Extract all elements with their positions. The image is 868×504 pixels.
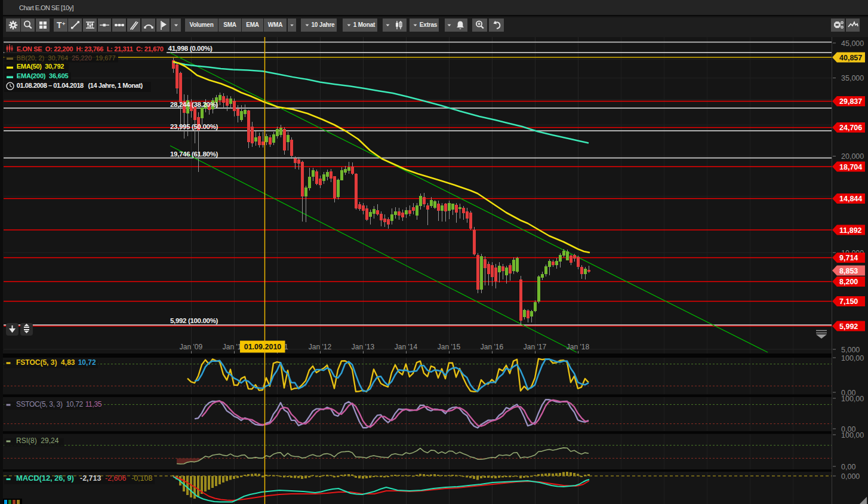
svg-text:FSTOC(5, 3) 4,83: FSTOC(5, 3) 4,83 xyxy=(16,358,75,367)
svg-text:E.ON SE O: 22,200 H: 23,766: E.ON SE O: 22,200 H: 23,766 L: 21,311 C:… xyxy=(17,45,164,53)
svg-text:EMA(200) 36,605: EMA(200) 36,605 xyxy=(17,72,69,79)
svg-text:8,200: 8,200 xyxy=(839,278,858,286)
svg-text:0,000: 0,000 xyxy=(841,472,860,481)
svg-text:29,837: 29,837 xyxy=(839,97,862,106)
svg-text:40,857: 40,857 xyxy=(839,54,862,62)
svg-text:45,000: 45,000 xyxy=(841,39,864,48)
svg-text:01.09.2010: 01.09.2010 xyxy=(244,343,282,351)
svg-text:BB(20, 2) 30,764 25,220 19,: BB(20, 2) 30,764 25,220 19,677 xyxy=(17,54,116,62)
svg-text:EMA(50) 30,792: EMA(50) 30,792 xyxy=(17,63,64,70)
svg-text:MACD(12, 26, 9): MACD(12, 26, 9) xyxy=(16,474,74,483)
svg-text:-2,606: -2,606 xyxy=(105,474,126,483)
svg-text:T: T xyxy=(57,20,62,30)
svg-text:Jan '18: Jan '18 xyxy=(567,343,590,351)
svg-text:Jan '16: Jan '16 xyxy=(481,343,504,351)
svg-text:SSTOC(5, 3, 3) 10,72: SSTOC(5, 3, 3) 10,72 xyxy=(16,400,83,408)
svg-text:Jan '12: Jan '12 xyxy=(309,343,332,351)
svg-text:20,000: 20,000 xyxy=(841,152,864,161)
svg-text:7,150: 7,150 xyxy=(839,297,858,306)
svg-text:Jan '13: Jan '13 xyxy=(352,343,375,351)
svg-text:9,714: 9,714 xyxy=(839,254,858,262)
svg-text:11,35: 11,35 xyxy=(85,400,102,408)
svg-text:24,706: 24,706 xyxy=(839,124,862,132)
svg-text:19,746 (61.80%): 19,746 (61.80%) xyxy=(170,150,218,158)
svg-text:23,995 (50.00%): 23,995 (50.00%) xyxy=(170,123,218,130)
svg-text:Jan '17: Jan '17 xyxy=(524,343,547,351)
svg-text:Jan '15: Jan '15 xyxy=(438,343,461,351)
svg-text:5,000: 5,000 xyxy=(841,346,860,354)
svg-text:8,853: 8,853 xyxy=(839,267,858,275)
svg-text:11,892: 11,892 xyxy=(839,226,862,235)
svg-text:100,00: 100,00 xyxy=(841,395,864,403)
svg-text:Jan '09: Jan '09 xyxy=(180,343,203,351)
svg-text:100,00: 100,00 xyxy=(841,354,864,362)
svg-text:RSI(8) 29,24: RSI(8) 29,24 xyxy=(16,437,59,445)
svg-text:01.08.2008 – 01.04.2018 (14: 01.08.2008 – 01.04.2018 (14 Jahre, 1 Mon… xyxy=(17,82,143,89)
svg-text:-0,108: -0,108 xyxy=(131,474,152,483)
svg-text:5,992 (100.00%): 5,992 (100.00%) xyxy=(170,317,218,324)
svg-text:0,00: 0,00 xyxy=(841,463,855,471)
svg-text:35,000: 35,000 xyxy=(841,74,864,82)
svg-text:41,998 (0.00%): 41,998 (0.00%) xyxy=(168,45,213,52)
svg-text:-2,713: -2,713 xyxy=(80,474,101,483)
svg-text:+: + xyxy=(62,21,65,27)
svg-text:5,992: 5,992 xyxy=(839,322,858,331)
svg-text:28,244 (38.20%): 28,244 (38.20%) xyxy=(170,101,218,108)
svg-text:18,704: 18,704 xyxy=(839,163,862,171)
svg-text:10,72: 10,72 xyxy=(78,358,96,367)
svg-text:Jan '14: Jan '14 xyxy=(395,343,418,351)
svg-text:100,00: 100,00 xyxy=(841,431,864,440)
svg-text:14,844: 14,844 xyxy=(839,195,862,203)
